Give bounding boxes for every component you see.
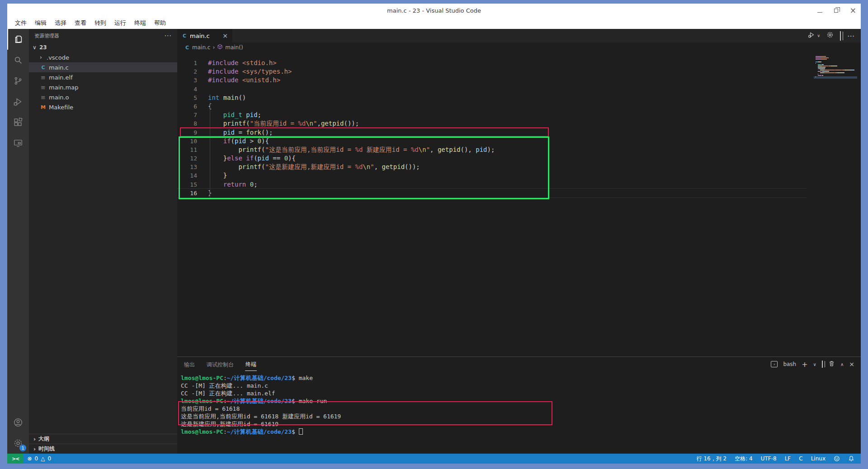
code-editor[interactable]: 1#include <stdio.h>2#include <sys/types.…	[177, 52, 861, 356]
run-debug-icon[interactable]	[7, 91, 29, 112]
code-line-8[interactable]: 8 printf("当前应用id = %d\n",getpid());	[177, 119, 861, 128]
file-label: main.c	[49, 64, 69, 71]
chevron-down-icon[interactable]: ∨	[817, 33, 820, 38]
code-line-1[interactable]: 1#include <stdio.h>	[177, 59, 861, 67]
line-number: 8	[177, 119, 205, 128]
code-line-16[interactable]: 16}	[177, 189, 861, 197]
code-line-11[interactable]: 11 printf("这是当前应用,当前应用id = %d 新建应用id = %…	[177, 145, 861, 154]
line-text: }else if(pid == 0){	[205, 155, 296, 162]
maximize-panel-icon[interactable]: ∧	[840, 362, 844, 367]
code-line-7[interactable]: 7 pid_t pid;	[177, 111, 861, 119]
timeline-section[interactable]: › 时间线	[29, 444, 177, 454]
more-actions-icon[interactable]: ⋯	[847, 32, 854, 40]
breadcrumb-separator: ›	[212, 44, 215, 51]
line-text: return 0;	[205, 181, 258, 188]
statusbar-item-4[interactable]: C	[799, 455, 802, 462]
minimize-icon[interactable]	[817, 7, 822, 14]
breadcrumb-file[interactable]: main.c	[192, 44, 210, 51]
errors-icon: ⊗	[27, 455, 32, 462]
notifications-bell-icon[interactable]	[848, 455, 854, 462]
bottom-panel: 输出 调试控制台 终端 › bash + ∨ ∧ × lmos@	[177, 356, 861, 454]
tab-terminal[interactable]: 终端	[245, 357, 257, 371]
extensions-icon[interactable]	[7, 112, 29, 133]
tab-main-c[interactable]: C main.c ×	[177, 29, 232, 42]
tab-label: main.c	[190, 33, 210, 39]
line-text: #include <stdio.h>	[205, 59, 277, 66]
statusbar-item-5[interactable]: Linux	[811, 455, 826, 462]
statusbar-item-0[interactable]: 行 16，列 2	[697, 455, 727, 463]
tab-close-icon[interactable]: ×	[222, 32, 228, 39]
menu-0-文件[interactable]: 文件	[11, 18, 31, 28]
source-control-icon[interactable]	[7, 70, 29, 91]
close-panel-icon[interactable]: ×	[849, 361, 854, 368]
file-item-main.map[interactable]: ≡main.map	[29, 82, 177, 92]
code-line-3[interactable]: 3#include <unistd.h>	[177, 76, 861, 84]
close-icon[interactable]: ×	[850, 7, 856, 14]
remote-indicator[interactable]: ><	[7, 454, 24, 464]
file-item-.vscode[interactable]: ›.vscode	[29, 52, 177, 62]
file-item-main.o[interactable]: ≡main.o	[29, 92, 177, 102]
code-line-9[interactable]: 9 pid = fork();	[177, 128, 861, 137]
line-number: 1	[177, 59, 205, 67]
chevron-down-icon[interactable]: ∨	[813, 362, 816, 367]
root-folder-label: 23	[39, 44, 47, 51]
vscode-window: main.c - 23 - Visual Studio Code × 文件编辑选…	[7, 4, 861, 464]
menu-2-选择[interactable]: 选择	[51, 18, 71, 28]
code-line-10[interactable]: 10 if(pid > 0){	[177, 137, 861, 145]
feedback-icon[interactable]	[834, 455, 840, 462]
code-line-5[interactable]: 5int main()	[177, 94, 861, 102]
settings-gear-icon[interactable]	[826, 31, 834, 40]
split-editor-icon[interactable]	[840, 32, 841, 40]
more-actions-icon[interactable]: ···	[165, 32, 172, 39]
menu-1-编辑[interactable]: 编辑	[31, 18, 51, 28]
chevron-down-icon: ∨	[33, 44, 37, 51]
shell-selector[interactable]: bash	[783, 361, 796, 367]
line-number: 7	[177, 111, 205, 119]
file-item-main.elf[interactable]: ≡main.elf	[29, 72, 177, 82]
tree-root-folder[interactable]: ∨ 23	[29, 42, 177, 52]
code-line-6[interactable]: 6{	[177, 102, 861, 111]
terminal-content[interactable]: lmos@lmos-PC:~/计算机基础/code/23$ makeCC -[M…	[177, 371, 861, 454]
menu-7-帮助[interactable]: 帮助	[150, 18, 170, 28]
tab-output[interactable]: 输出	[184, 358, 195, 371]
kill-terminal-icon[interactable]	[828, 360, 835, 368]
line-number: 10	[177, 137, 205, 145]
search-icon[interactable]	[7, 50, 29, 70]
code-line-2[interactable]: 2#include <sys/types.h>	[177, 67, 861, 76]
split-terminal-icon[interactable]	[822, 361, 823, 367]
account-icon[interactable]	[7, 412, 29, 433]
symbol-method-icon	[217, 44, 223, 51]
menu-6-终端[interactable]: 终端	[130, 18, 150, 28]
minimap[interactable]	[816, 56, 854, 78]
remote-explorer-icon[interactable]	[7, 133, 29, 154]
statusbar-item-3[interactable]: LF	[785, 455, 791, 462]
file-label: .vscode	[47, 54, 69, 61]
outline-section[interactable]: › 大纲	[29, 434, 177, 444]
settings-icon[interactable]: 1	[7, 433, 29, 454]
menu-4-转到[interactable]: 转到	[90, 18, 110, 28]
code-line-4[interactable]: 4	[177, 85, 861, 94]
breadcrumb-symbol[interactable]: main()	[225, 44, 243, 51]
terminal-line-7: lmos@lmos-PC:~/计算机基础/code/23$	[181, 428, 857, 436]
file-item-Makefile[interactable]: MMakefile	[29, 102, 177, 112]
tab-debug-console[interactable]: 调试控制台	[206, 358, 234, 371]
code-line-14[interactable]: 14 }	[177, 171, 861, 180]
code-line-13[interactable]: 13 printf("这是新建应用,新建应用id = %d\n", getpid…	[177, 163, 861, 171]
code-line-15[interactable]: 15 return 0;	[177, 180, 861, 189]
menu-3-查看[interactable]: 查看	[71, 18, 90, 28]
statusbar-item-1[interactable]: 空格: 4	[735, 455, 753, 463]
restore-icon[interactable]	[834, 7, 838, 14]
code-line-12[interactable]: 12 }else if(pid == 0){	[177, 154, 861, 163]
titlebar: main.c - 23 - Visual Studio Code ×	[7, 4, 861, 17]
menu-5-运行[interactable]: 运行	[110, 18, 130, 28]
line-text	[205, 85, 208, 93]
explorer-icon[interactable]	[7, 29, 29, 50]
run-debug-button[interactable]	[808, 31, 815, 40]
line-number: 4	[177, 85, 205, 94]
line-text: printf("这是新建应用,新建应用id = %d\n", getpid())…	[205, 163, 420, 170]
file-label: main.elf	[49, 74, 73, 81]
statusbar-item-2[interactable]: UTF-8	[761, 455, 777, 462]
file-item-main.c[interactable]: Cmain.c	[29, 62, 177, 72]
problems-summary[interactable]: ⊗ 0 △ 0	[24, 455, 51, 462]
new-terminal-icon[interactable]: +	[802, 360, 807, 369]
